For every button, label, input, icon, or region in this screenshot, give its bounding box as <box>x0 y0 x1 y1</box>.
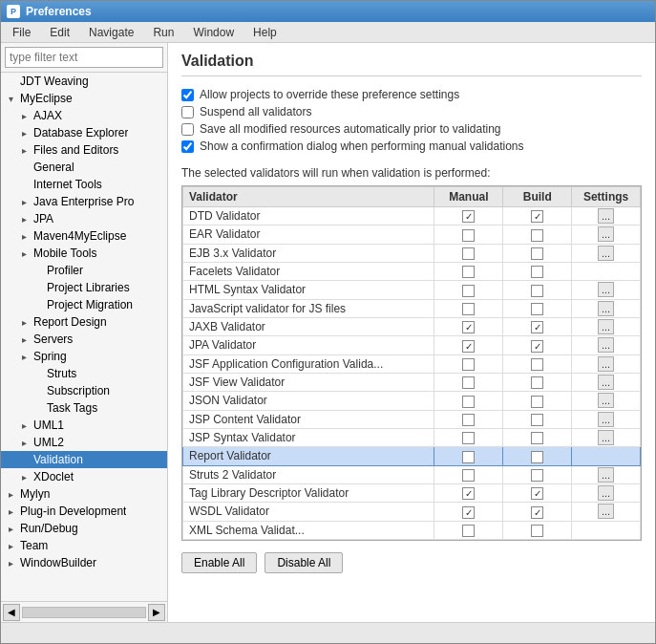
validator-settings[interactable]: ... <box>572 281 641 299</box>
validator-manual[interactable] <box>434 410 503 428</box>
sidebar-item-myeclipse[interactable]: MyEclipse <box>1 90 167 107</box>
sidebar-item-internet-tools[interactable]: Internet Tools <box>1 176 167 193</box>
validator-build[interactable] <box>503 410 572 428</box>
sidebar-item-struts[interactable]: Struts <box>1 365 167 382</box>
table-row[interactable]: Tag Library Descriptor Validator... <box>183 483 641 502</box>
table-row[interactable]: JSF View Validator... <box>183 373 641 391</box>
validator-build[interactable] <box>503 373 572 391</box>
settings-dots-button[interactable]: ... <box>598 430 614 445</box>
validator-settings[interactable]: ... <box>572 373 641 391</box>
validator-manual[interactable] <box>434 373 503 391</box>
validator-build[interactable] <box>503 207 572 225</box>
validator-settings[interactable]: ... <box>572 465 641 483</box>
checkbox-allow-projects[interactable] <box>181 89 194 101</box>
sidebar-item-plugin-development[interactable]: Plug-in Development <box>1 503 167 520</box>
sidebar-item-servers[interactable]: Servers <box>1 331 167 348</box>
table-row[interactable]: Facelets Validator <box>183 262 641 280</box>
checkbox-suspend-validators[interactable] <box>181 106 194 118</box>
sidebar-item-xdoclet[interactable]: XDoclet <box>1 468 167 485</box>
sidebar-item-jpa[interactable]: JPA <box>1 210 167 227</box>
validator-build[interactable] <box>503 503 572 521</box>
settings-dots-button[interactable]: ... <box>598 246 614 261</box>
settings-dots-button[interactable]: ... <box>598 226 614 242</box>
validator-build[interactable] <box>503 244 572 262</box>
validator-build[interactable] <box>503 225 572 244</box>
validator-settings[interactable]: ... <box>572 392 641 410</box>
table-row[interactable]: EAR Validator... <box>183 225 641 244</box>
validator-manual[interactable] <box>434 207 503 225</box>
table-row[interactable]: JSP Syntax Validator... <box>183 428 641 446</box>
settings-dots-button[interactable]: ... <box>598 412 614 427</box>
sidebar-item-validation[interactable]: Validation <box>1 451 167 468</box>
validator-manual[interactable] <box>434 244 503 262</box>
table-row[interactable]: JSP Content Validator... <box>183 410 641 428</box>
scroll-left-btn[interactable]: ◀ <box>3 604 20 621</box>
validator-settings[interactable]: ... <box>572 483 641 502</box>
validator-settings[interactable] <box>572 521 641 539</box>
validator-settings[interactable]: ... <box>572 428 641 446</box>
table-row[interactable]: Struts 2 Validator... <box>183 465 641 483</box>
sidebar-item-general[interactable]: General <box>1 159 167 176</box>
table-row[interactable]: HTML Syntax Validator... <box>183 281 641 299</box>
validator-settings[interactable]: ... <box>572 354 641 373</box>
validator-settings[interactable] <box>572 262 641 280</box>
settings-dots-button[interactable]: ... <box>598 282 614 297</box>
table-row[interactable]: JavaScript validator for JS files... <box>183 299 641 317</box>
sidebar-item-team[interactable]: Team <box>1 537 167 554</box>
settings-dots-button[interactable]: ... <box>598 375 614 390</box>
validator-settings[interactable]: ... <box>572 299 641 317</box>
sidebar-item-windowbuilder[interactable]: WindowBuilder <box>1 554 167 571</box>
scroll-right-btn[interactable]: ▶ <box>148 604 165 621</box>
validator-manual[interactable] <box>434 299 503 317</box>
settings-dots-button[interactable]: ... <box>598 337 614 353</box>
validator-manual[interactable] <box>434 483 503 502</box>
validator-manual[interactable] <box>434 503 503 521</box>
settings-dots-button[interactable]: ... <box>598 356 614 372</box>
table-row[interactable]: JAXB Validator... <box>183 317 641 335</box>
validator-build[interactable] <box>503 354 572 373</box>
table-row[interactable]: EJB 3.x Validator... <box>183 244 641 262</box>
validator-build[interactable] <box>503 317 572 335</box>
validator-settings[interactable]: ... <box>572 336 641 354</box>
table-row[interactable]: JPA Validator... <box>183 336 641 354</box>
settings-dots-button[interactable]: ... <box>598 467 614 483</box>
validator-build[interactable] <box>503 262 572 280</box>
settings-dots-button[interactable]: ... <box>598 393 614 408</box>
sidebar-item-java-enterprise[interactable]: Java Enterprise Pro <box>1 193 167 210</box>
scroll-track[interactable] <box>22 607 146 618</box>
validator-settings[interactable] <box>572 447 641 465</box>
validator-settings[interactable]: ... <box>572 207 641 225</box>
settings-dots-button[interactable]: ... <box>598 504 614 519</box>
validator-manual[interactable] <box>434 354 503 373</box>
validator-build[interactable] <box>503 281 572 299</box>
sidebar-item-profiler[interactable]: Profiler <box>1 262 167 279</box>
validator-manual[interactable] <box>434 447 503 465</box>
validator-build[interactable] <box>503 392 572 410</box>
validator-settings[interactable]: ... <box>572 503 641 521</box>
validator-build[interactable] <box>503 521 572 539</box>
validator-manual[interactable] <box>434 521 503 539</box>
sidebar-item-maven4myeclipse[interactable]: Maven4MyEclipse <box>1 227 167 245</box>
sidebar-item-spring[interactable]: Spring <box>1 348 167 365</box>
checkbox-save-modified[interactable] <box>181 123 194 136</box>
settings-dots-button[interactable]: ... <box>598 208 614 224</box>
enable-all-button[interactable]: Enable All <box>181 552 257 573</box>
validator-manual[interactable] <box>434 225 503 244</box>
table-row[interactable]: Report Validator <box>183 447 641 465</box>
validator-build[interactable] <box>503 447 572 465</box>
table-row[interactable]: XML Schema Validat... <box>183 521 641 539</box>
sidebar-item-subscription[interactable]: Subscription <box>1 382 167 399</box>
sidebar-item-ajax[interactable]: AJAX <box>1 107 167 124</box>
sidebar-item-uml2[interactable]: UML2 <box>1 434 167 451</box>
menu-help[interactable]: Help <box>245 24 285 41</box>
sidebar-item-project-migration[interactable]: Project Migration <box>1 296 167 313</box>
validator-build[interactable] <box>503 299 572 317</box>
validator-manual[interactable] <box>434 336 503 354</box>
sidebar-item-mobile-tools[interactable]: Mobile Tools <box>1 245 167 262</box>
validator-manual[interactable] <box>434 317 503 335</box>
sidebar-item-report-design[interactable]: Report Design <box>1 313 167 331</box>
sidebar-item-project-libraries[interactable]: Project Libraries <box>1 279 167 296</box>
validator-manual[interactable] <box>434 262 503 280</box>
checkbox-show-confirmation[interactable] <box>181 140 194 153</box>
validator-manual[interactable] <box>434 281 503 299</box>
